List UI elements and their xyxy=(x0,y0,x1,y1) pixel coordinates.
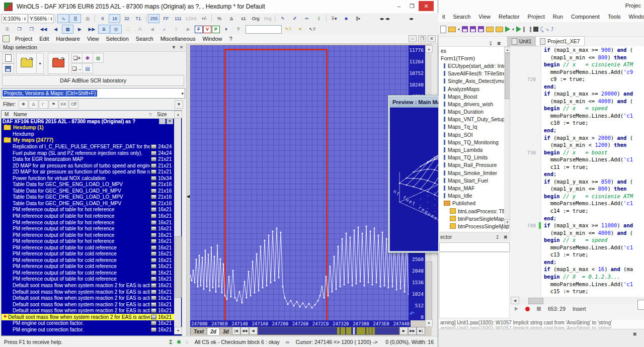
map-tree-row[interactable]: PM reference output of table for hot ref… xyxy=(2,213,174,219)
map-tree-row[interactable]: PM reference output of table for hot ref… xyxy=(2,219,174,226)
structure-item[interactable]: btnParseSingleMap: TB xyxy=(439,215,510,222)
mdi-minimize-button[interactable]: – xyxy=(409,35,417,42)
ide-menu-refactor[interactable]: Refactor xyxy=(495,14,524,20)
pause-button[interactable] xyxy=(523,27,531,32)
map-tree-row[interactable]: 2D MAP for air pressure as function of t… xyxy=(2,168,174,175)
pin-icon[interactable]: ↧ xyxy=(496,234,500,240)
map-tree-row[interactable]: Default soot mass flow when system react… xyxy=(2,301,174,308)
close-inspector-icon[interactable]: ✖ xyxy=(504,234,508,240)
map-tree-row[interactable]: PM reference output of table for cold re… xyxy=(2,276,174,283)
quick-search-input[interactable] xyxy=(246,25,282,34)
connect-button[interactable]: ⁂ xyxy=(134,25,146,34)
new-file-button[interactable] xyxy=(440,26,446,33)
map-tree-row[interactable]: Table Data for GEC_DHE_ENG_LOAD_HI_MPV21… xyxy=(2,200,174,207)
open-file-button[interactable] xyxy=(448,27,456,32)
structure-item[interactable]: Maps_SOI xyxy=(439,131,510,138)
help-question-label[interactable]: ? xyxy=(232,25,244,34)
width-32-button[interactable]: 32 xyxy=(121,14,132,23)
filter-button-4[interactable]: KK xyxy=(59,100,68,109)
close-structure-icon[interactable]: ✖ xyxy=(497,41,501,46)
collapse-arrow-icon[interactable]: ◀ xyxy=(187,194,190,199)
p-caret-button[interactable]: ▾ xyxy=(220,25,232,34)
expand-more-icon[interactable]: › xyxy=(501,226,503,231)
map-tree-row[interactable]: Default soot mass flow when system react… xyxy=(2,307,174,314)
map-list-scrollbar[interactable]: ▲ ▼ xyxy=(174,111,181,334)
ide-menu-run[interactable]: Run xyxy=(549,14,567,20)
open-project-caret[interactable]: ▾ xyxy=(36,53,44,74)
map-tree-row[interactable]: Data for EGR linearization MAP21x21 xyxy=(2,156,174,162)
x-zoom-spinner[interactable]: X:100%▲▼ xyxy=(2,14,28,23)
close-button[interactable]: ✕ xyxy=(419,1,434,11)
ide-menu-tools[interactable]: Tools xyxy=(604,14,625,20)
sort-icon[interactable]: ▽ xyxy=(149,112,157,117)
map-tree-row[interactable]: PM reference output of table for cold re… xyxy=(2,244,174,251)
save-project-button[interactable] xyxy=(2,63,14,74)
menu-edit[interactable]: Edit xyxy=(36,36,52,42)
p-box-button[interactable]: P xyxy=(212,26,220,33)
map-tree-row[interactable]: Hexdump (1) xyxy=(2,125,174,131)
view-tab-2d[interactable]: 2d xyxy=(207,327,220,335)
curve-pen-button[interactable]: ✎ xyxy=(277,14,288,23)
column-size[interactable]: Size xyxy=(157,112,174,117)
minimize-icon[interactable] xyxy=(159,119,166,124)
menu-selection[interactable]: Selection xyxy=(103,36,132,42)
panel-menu-icon[interactable]: ▼ xyxy=(171,45,177,50)
filter-button-5[interactable]: Off xyxy=(69,100,78,109)
mdi-restore-button[interactable]: ❐ xyxy=(418,35,426,42)
next-map-button[interactable]: ▶ xyxy=(74,25,86,34)
recycle-button[interactable]: ⛶ xyxy=(122,25,134,34)
map-tree-row[interactable]: PM engine out correction factor.16x21 xyxy=(2,326,174,333)
checksum-button[interactable]: ⚿ xyxy=(2,25,13,34)
save-all-button[interactable] xyxy=(470,26,476,32)
compiler-warning[interactable]: arning] Unit1.pas(1920): W1057 Implicit … xyxy=(438,320,644,325)
bars-view-button[interactable]: ⫿⫿ xyxy=(69,14,81,23)
map-tree-row[interactable]: My maps (24777) xyxy=(2,137,174,144)
search-box[interactable] xyxy=(637,300,644,310)
window-tile-button[interactable]: ❒ xyxy=(26,25,37,34)
ide-menu-it[interactable]: it xyxy=(438,14,449,20)
close-panel-icon[interactable]: ✖ xyxy=(633,331,637,337)
structure-item[interactable]: Maps_TQ_Limits xyxy=(439,154,510,161)
curve-pen2-button[interactable]: ✐ xyxy=(289,14,300,23)
structure-scrollbar[interactable]: ▲ ▼ xyxy=(504,47,510,225)
filter-button-1[interactable]: Δ xyxy=(29,100,38,109)
delta-button[interactable]: Δ xyxy=(225,14,237,23)
close-icon[interactable]: ✕ xyxy=(167,119,173,124)
map-tree-row[interactable]: DAF XF106 EUR6 2015 A2L - 87300 maps (Or… xyxy=(2,118,174,125)
forward-button[interactable]: ▶ xyxy=(183,25,194,34)
nav-left-icon-0[interactable]: |◀ xyxy=(232,327,240,335)
sign-button[interactable]: +/- xyxy=(198,14,210,23)
wave-view-button[interactable]: ∿ xyxy=(57,14,69,23)
x1-button[interactable]: x1 xyxy=(237,14,249,23)
curve-pen3-button[interactable]: ✏ xyxy=(301,14,312,23)
overview-strip[interactable] xyxy=(258,327,399,335)
width-t1-button[interactable]: T1. xyxy=(133,14,144,23)
map-tree-row[interactable]: Default soot mass flow when system react… xyxy=(2,289,174,295)
project-name-button[interactable]: DAF AdBlue SCR laboratory xyxy=(2,75,184,86)
map-tree-row[interactable]: Table Data for GEC_DHE_ENG_LOAD_LO_MPV21… xyxy=(2,194,174,201)
ide-menu-project[interactable]: Project xyxy=(524,14,549,20)
menu-hardware[interactable]: Hardware xyxy=(52,36,84,42)
map-tree-row[interactable]: PM reference output of table for hot ref… xyxy=(2,238,174,244)
structure-item[interactable]: ECUtype(start_addr: Integer xyxy=(439,62,510,69)
undo-icon[interactable]: ↶ xyxy=(410,310,415,317)
structure-item[interactable]: Maps_Idle xyxy=(439,192,510,200)
view-tab-3d[interactable]: 3d xyxy=(219,327,232,335)
map-tree-row[interactable]: Default soot mass flow when system react… xyxy=(2,295,174,301)
menu-[interactable]: ? xyxy=(226,36,236,42)
edit-help-button[interactable]: ✎? xyxy=(282,25,294,34)
tip-button[interactable]: ☀ xyxy=(294,25,306,34)
map-grid-button[interactable]: ▦ xyxy=(62,25,73,34)
structure-item[interactable]: Maps_Start_Fuel xyxy=(439,177,510,184)
scroll-thumb[interactable] xyxy=(175,236,182,298)
last-map-button[interactable]: ▶▶ xyxy=(86,25,98,34)
first-map-button[interactable]: ◀◀ xyxy=(38,25,49,34)
online-search-button[interactable]: ◍ xyxy=(93,53,104,63)
map-properties-button[interactable]: ▤ xyxy=(82,63,93,73)
map-tree-row[interactable]: PM reference output of table for cold re… xyxy=(2,250,174,257)
open-caret-icon[interactable]: ▾ xyxy=(458,27,460,32)
run-without-debug-button[interactable] xyxy=(516,26,521,32)
grid-view-button[interactable]: ▦ xyxy=(82,14,93,23)
map-tree-row[interactable]: ⚑Default soot mass flow when system reac… xyxy=(2,314,174,320)
hex-view-button[interactable]: FF xyxy=(160,14,172,23)
